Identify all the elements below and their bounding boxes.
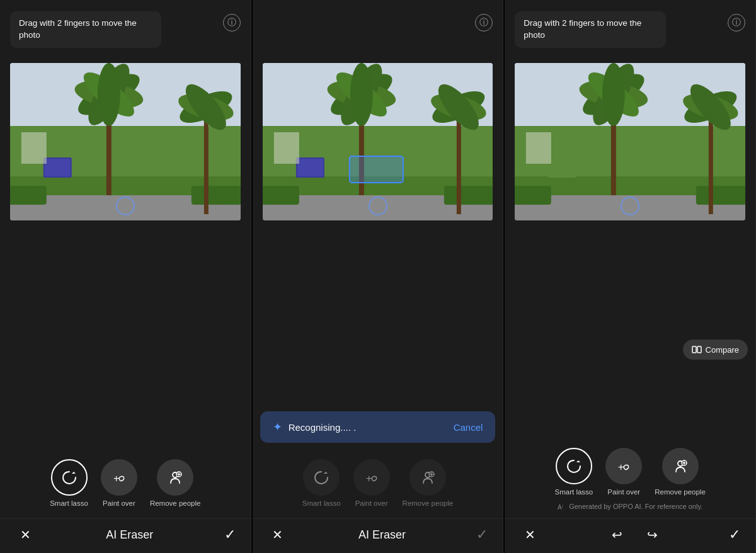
tools-2: Smart lasso + Paint over xyxy=(253,459,503,518)
remove-people-circle-3 xyxy=(662,448,699,484)
svg-rect-17 xyxy=(45,159,71,176)
redo-btn[interactable]: ↪ xyxy=(642,527,662,542)
top-area-1: Drag with 2 fingers to move the photo ⓘ xyxy=(0,0,251,63)
info-icon-2[interactable]: ⓘ xyxy=(475,14,493,31)
middle-1 xyxy=(0,220,251,459)
cursor-1 xyxy=(116,197,135,215)
paint-over-circle-3: + xyxy=(605,448,642,484)
remove-people-btn-3[interactable]: Remove people xyxy=(655,448,706,496)
svg-rect-67 xyxy=(526,132,551,164)
remove-people-btn-2: Remove people xyxy=(403,459,454,507)
svg-text:Aⁱ: Aⁱ xyxy=(558,504,563,511)
bottom-bar-2: ✕ AI Eraser ✓ xyxy=(253,518,503,553)
compare-btn[interactable]: Compare xyxy=(683,339,748,360)
ai-generated-text: Aⁱ Generated by OPPO AI. For reference o… xyxy=(558,502,702,511)
remove-people-circle-1 xyxy=(157,459,193,496)
smart-lasso-circle-3 xyxy=(556,448,592,484)
info-icon-3[interactable]: ⓘ xyxy=(728,14,745,31)
paint-over-btn-1[interactable]: + Paint over xyxy=(101,459,137,507)
smart-lasso-label-1: Smart lasso xyxy=(50,499,88,507)
tools-1: Smart lasso + Paint over xyxy=(0,459,251,518)
paint-over-label-2: Paint over xyxy=(355,499,388,507)
recognizing-left: ✦ Recognising.... . xyxy=(273,420,357,434)
compare-label: Compare xyxy=(706,345,739,355)
smart-lasso-label-2: Smart lasso xyxy=(302,499,341,507)
recognizing-bar: ✦ Recognising.... . Cancel xyxy=(260,411,496,443)
bottom-bar-1: ✕ AI Eraser ✓ xyxy=(0,518,251,553)
paint-over-label-3: Paint over xyxy=(607,488,640,496)
bottom-title-2: AI Eraser xyxy=(358,528,406,542)
remove-people-label-3: Remove people xyxy=(655,488,706,496)
svg-point-36 xyxy=(350,63,373,126)
undo-btn[interactable]: ↩ xyxy=(607,527,627,542)
svg-text:+: + xyxy=(113,473,119,484)
tool-buttons-3: Smart lasso + Paint over xyxy=(555,448,706,496)
ai-star-icon: ✦ xyxy=(273,420,282,434)
photo-3[interactable] xyxy=(515,63,745,220)
hint-bubble-3: Drag with 2 fingers to move the photo xyxy=(515,11,666,48)
svg-rect-46 xyxy=(350,156,403,183)
bottom-bar-3: ✕ ↩ ↪ ✓ xyxy=(505,518,755,553)
undo-redo-group: ↩ ↪ xyxy=(607,527,662,542)
svg-rect-66 xyxy=(548,157,576,178)
bottom-title-1: AI Eraser xyxy=(106,528,153,542)
close-btn-2[interactable]: ✕ xyxy=(268,527,288,542)
svg-point-61 xyxy=(602,63,625,126)
paint-over-btn-3[interactable]: + Paint over xyxy=(605,448,642,496)
middle-2: ✦ Recognising.... . Cancel xyxy=(253,220,503,459)
hint-text-3: Drag with 2 fingers to move the photo xyxy=(524,18,641,40)
cursor-3 xyxy=(621,197,639,215)
paint-over-label-1: Paint over xyxy=(103,499,135,507)
paint-over-circle-2: + xyxy=(353,459,390,496)
recognizing-text: Recognising.... . xyxy=(289,422,357,433)
cancel-btn[interactable]: Cancel xyxy=(454,422,483,433)
smart-lasso-btn-1[interactable]: Smart lasso xyxy=(50,459,88,507)
panel-3: Drag with 2 fingers to move the photo ⓘ xyxy=(505,0,756,553)
svg-point-11 xyxy=(98,63,120,126)
svg-rect-42 xyxy=(297,159,323,176)
panel-1: Drag with 2 fingers to move the photo ⓘ xyxy=(0,0,251,553)
remove-people-label-2: Remove people xyxy=(403,499,454,507)
check-btn-2: ✓ xyxy=(476,527,488,543)
svg-rect-18 xyxy=(21,132,47,164)
info-icon-1[interactable]: ⓘ xyxy=(223,14,241,31)
check-btn-3[interactable]: ✓ xyxy=(729,527,740,543)
ai-generated-label: Generated by OPPO AI. For reference only… xyxy=(569,503,702,510)
photo-1[interactable] xyxy=(10,63,241,220)
paint-over-circle-1: + xyxy=(101,459,137,496)
svg-rect-43 xyxy=(274,132,299,164)
paint-over-btn-2: + Paint over xyxy=(353,459,390,507)
tools-3: Smart lasso + Paint over xyxy=(505,448,755,518)
smart-lasso-btn-3[interactable]: Smart lasso xyxy=(555,448,593,496)
svg-rect-70 xyxy=(692,346,696,353)
smart-lasso-btn-2: Smart lasso xyxy=(302,459,341,507)
hint-text-1: Drag with 2 fingers to move the photo xyxy=(19,18,137,40)
tool-buttons-2: Smart lasso + Paint over xyxy=(302,459,453,507)
svg-rect-71 xyxy=(697,346,701,353)
top-area-3: Drag with 2 fingers to move the photo ⓘ xyxy=(505,0,755,63)
panel-2: ⓘ xyxy=(253,0,504,553)
close-btn-3[interactable]: ✕ xyxy=(520,527,540,542)
tool-buttons-1: Smart lasso + Paint over xyxy=(50,459,200,507)
svg-text:+: + xyxy=(618,462,624,472)
remove-people-label-1: Remove people xyxy=(150,499,201,507)
smart-lasso-circle-1 xyxy=(51,459,88,496)
remove-people-btn-1[interactable]: Remove people xyxy=(150,459,201,507)
svg-text:+: + xyxy=(366,473,372,484)
middle-3: Compare xyxy=(505,220,755,448)
smart-lasso-circle-2 xyxy=(303,459,340,496)
remove-people-circle-2 xyxy=(410,459,446,496)
cursor-2 xyxy=(369,197,387,215)
top-area-2: ⓘ xyxy=(253,0,503,63)
close-btn-1[interactable]: ✕ xyxy=(15,527,35,542)
photo-2[interactable] xyxy=(263,63,493,220)
check-btn-1[interactable]: ✓ xyxy=(224,527,236,543)
smart-lasso-label-3: Smart lasso xyxy=(555,488,593,496)
hint-bubble-1: Drag with 2 fingers to move the photo xyxy=(10,11,161,48)
